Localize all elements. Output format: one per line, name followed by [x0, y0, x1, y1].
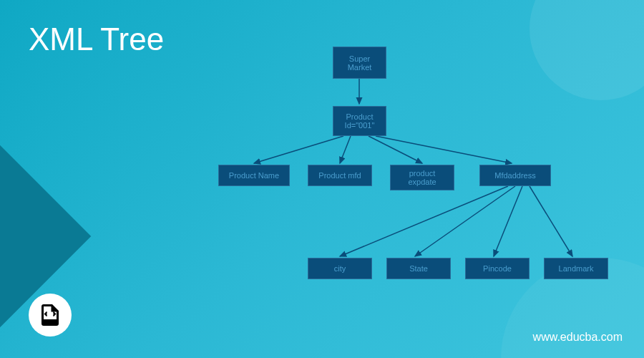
node-label: expdate — [408, 178, 436, 186]
tree-node-mfdaddress: Mfdaddress — [479, 165, 551, 186]
node-label: Product Name — [229, 171, 279, 180]
node-label: Pincode — [483, 264, 512, 273]
svg-line-4 — [340, 136, 351, 163]
tree-node-city: city — [308, 258, 372, 279]
node-label: Super — [349, 54, 370, 63]
node-label: Market — [348, 63, 372, 72]
node-label: Product mfd — [318, 171, 361, 180]
node-label: Product — [346, 112, 374, 121]
svg-line-8 — [415, 186, 515, 256]
tree-node-pincode: Pincode — [465, 258, 530, 279]
node-label: Landmark — [559, 264, 594, 273]
svg-text:XML: XML — [44, 319, 58, 326]
page-title: XML Tree — [29, 21, 164, 57]
tree-node-product-name: Product Name — [218, 165, 290, 186]
svg-line-10 — [530, 186, 572, 256]
tree-diagram: Super Market Product Id="001" Product Na… — [200, 43, 630, 329]
tree-node-state: State — [386, 258, 451, 279]
svg-line-6 — [376, 136, 512, 163]
site-url: www.educba.com — [533, 331, 623, 344]
xml-file-icon: XML — [29, 294, 72, 337]
node-label: Mfdaddress — [494, 171, 535, 180]
tree-node-product-expdate: product expdate — [390, 165, 454, 190]
svg-line-3 — [254, 136, 343, 163]
svg-line-5 — [369, 136, 422, 163]
svg-line-7 — [340, 186, 508, 256]
tree-node-product: Product Id="001" — [333, 106, 386, 136]
tree-node-root: Super Market — [333, 47, 386, 79]
tree-node-product-mfd: Product mfd — [308, 165, 372, 186]
svg-line-9 — [494, 186, 522, 256]
node-label: product — [409, 169, 436, 178]
node-label: Id="001" — [345, 121, 375, 130]
node-label: State — [409, 264, 428, 273]
tree-node-landmark: Landmark — [544, 258, 608, 279]
node-label: city — [334, 264, 346, 273]
